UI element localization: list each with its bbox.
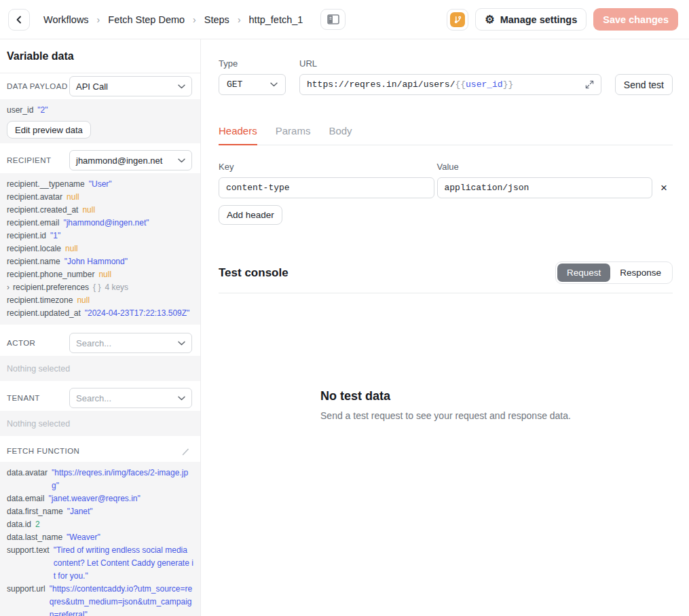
variable-key: data.id [7,518,31,531]
variable-key: recipient.phone_number [7,268,94,281]
variable-row: support.text"Tired of writing endless so… [7,544,193,583]
variable-row: recipient.updated_at"2024-04-23T17:22:13… [7,307,193,320]
chevron-down-icon [178,84,185,89]
back-button[interactable] [8,9,30,31]
edit-preview-data-button[interactable]: Edit preview data [7,121,91,139]
toggle-request[interactable]: Request [557,264,610,282]
variable-key: data.email [7,492,44,505]
variable-key: recipient.email [7,217,59,230]
tab-body[interactable]: Body [329,125,352,145]
recipient-selected-value: jhammond@ingen.net [76,156,162,166]
tab-params[interactable]: Params [276,125,311,145]
tenant-label: TENANT [7,394,40,402]
variable-value: "Janet" [67,505,93,518]
empty-state-caption: Send a test request to see your request … [320,410,571,421]
variable-value: "janet.weaver@reqres.in" [48,492,140,505]
recipient-select[interactable]: jhammond@ingen.net [69,150,192,170]
variable-value: "1" [50,230,60,242]
variable-row: data.avatar"https://reqres.in/img/faces/… [7,467,193,492]
breadcrumb-item-workflows[interactable]: Workflows [43,14,89,25]
breadcrumb-separator-icon: › [97,14,100,25]
variable-key: recipient.created_at [7,204,78,217]
gear-icon: ⚙ [485,14,494,25]
tenant-select-placeholder: Search... [76,393,111,403]
test-console-title: Test console [219,266,288,280]
variable-value: "2024-04-23T17:22:13.509Z" [85,307,190,320]
breadcrumb-item-step-name[interactable]: http_fetch_1 [249,14,303,25]
variable-value: null [67,191,79,204]
variable-key: data.avatar [7,467,48,479]
url-input[interactable]: https://reqres.in/api/users/{{user_id}} [299,74,601,95]
request-response-toggle: Request Response [555,261,673,284]
top-bar: Workflows › Fetch Step Demo › Steps › ht… [0,0,689,39]
expand-icon [585,80,594,89]
variable-key: recipient.__typename [7,178,85,191]
variable-row[interactable]: ›recipient.preferences{ }4 keys [7,281,193,294]
breadcrumb-item-workflow-name[interactable]: Fetch Step Demo [108,14,185,25]
header-key-input[interactable]: content-type [219,177,434,198]
variable-row: recipient.id"1" [7,230,193,242]
add-header-button[interactable]: Add header [219,205,282,225]
header-value-input[interactable]: application/json [437,177,653,198]
actor-select[interactable]: Search... [69,333,192,353]
toggle-sidebar-button[interactable] [320,9,346,30]
variable-value: { } [93,281,100,294]
chevron-down-icon [178,158,185,163]
fetch-function-label: FETCH FUNCTION [7,447,79,455]
pencil-icon [181,446,191,456]
key-column-label: Key [219,162,434,172]
variable-meta: 4 keys [105,281,128,294]
tab-headers[interactable]: Headers [219,125,257,145]
chevron-right-icon[interactable]: › [7,281,10,294]
data-payload-label: DATA PAYLOAD [7,82,68,90]
url-variable-token: user_id [466,79,503,90]
data-payload-select[interactable]: API Call [69,76,192,96]
variable-value: null [82,204,95,217]
method-select[interactable]: GET [219,74,286,95]
variable-key: user_id [7,104,33,117]
tenant-section-header: TENANT Search... [0,385,200,411]
variable-key: support.url [7,583,45,596]
expand-url-editor-button[interactable] [585,80,594,89]
chevron-left-icon [14,15,24,24]
variable-value: "Weaver" [67,531,100,544]
url-value: https://reqres.in/api/users/{{user_id}} [307,79,580,90]
manage-settings-label: Manage settings [500,14,578,25]
variable-value: null [65,242,78,255]
variable-value: null [98,268,111,281]
breadcrumb-item-steps[interactable]: Steps [204,14,229,25]
test-console-divider [219,293,673,293]
actor-label: ACTOR [7,339,35,347]
chevron-down-icon [178,341,185,346]
empty-state-title: No test data [320,389,571,403]
type-field: Type GET [219,58,286,95]
variable-key: data.first_name [7,505,63,518]
variable-row: data.id2 [7,518,193,531]
variable-row: recipient.created_atnull [7,204,193,217]
request-config-row: Type GET URL https://reqres.in/api/users… [219,58,673,95]
close-icon: × [660,181,667,194]
save-changes-button[interactable]: Save changes [593,8,678,31]
variable-row: recipient.email"jhammond@ingen.net" [7,217,193,230]
toggle-response[interactable]: Response [610,264,671,282]
send-test-button[interactable]: Send test [615,74,673,95]
variable-value: "https://contentcaddy.io?utm_source=reqr… [50,583,193,616]
manage-settings-button[interactable]: ⚙ Manage settings [475,8,586,31]
type-label: Type [219,58,286,69]
url-label: URL [299,58,601,69]
edit-fetch-function-button[interactable] [179,445,192,458]
commit-status-button[interactable] [447,9,468,31]
variable-row: support.url"https://contentcaddy.io?utm_… [7,583,193,616]
actor-empty-state: Nothing selected [0,356,200,381]
fetch-function-section-header: FETCH FUNCTION [0,440,200,462]
tenant-select[interactable]: Search... [69,388,192,408]
header-row: content-type application/json × [219,177,673,198]
variable-key: support.text [7,544,50,557]
variable-key: recipient.id [7,230,46,242]
remove-header-button[interactable]: × [655,182,673,194]
variable-row: recipient.name"John Hammond" [7,255,193,268]
test-console-header: Test console Request Response [219,261,673,284]
actor-section-header: ACTOR Search... [0,330,200,356]
recipient-label: RECIPIENT [7,156,51,164]
variable-key: recipient.name [7,255,60,268]
